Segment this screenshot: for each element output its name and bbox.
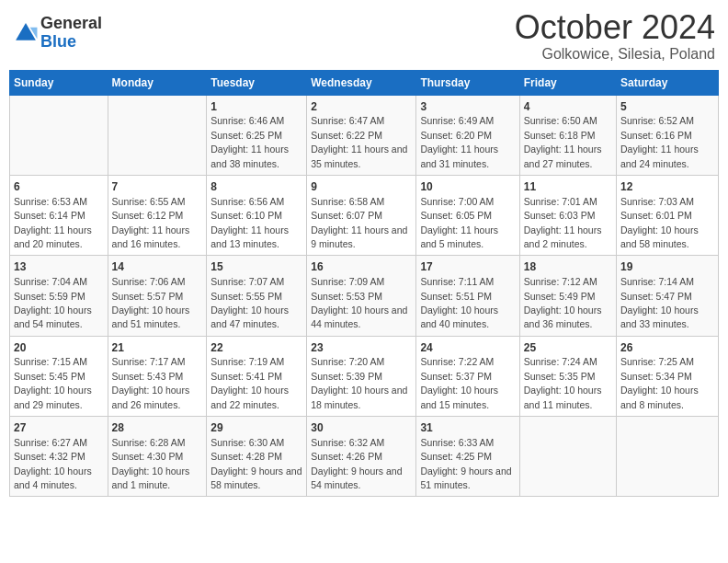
logo-text-blue: Blue xyxy=(40,32,76,51)
calendar-cell: 13Sunrise: 7:04 AMSunset: 5:59 PMDayligh… xyxy=(10,256,108,336)
calendar-cell: 19Sunrise: 7:14 AMSunset: 5:47 PMDayligh… xyxy=(617,256,719,336)
day-number: 1 xyxy=(210,99,302,115)
sunrise-text: Sunrise: 6:55 AMSunset: 6:12 PMDaylight:… xyxy=(112,196,190,249)
calendar-cell xyxy=(617,417,719,497)
calendar-header-row: SundayMondayTuesdayWednesdayThursdayFrid… xyxy=(10,70,719,95)
sunrise-text: Sunrise: 6:52 AMSunset: 6:16 PMDaylight:… xyxy=(620,115,699,168)
calendar-cell: 5Sunrise: 6:52 AMSunset: 6:16 PMDaylight… xyxy=(617,95,719,175)
calendar-cell: 15Sunrise: 7:07 AMSunset: 5:55 PMDayligh… xyxy=(207,256,307,336)
sunrise-text: Sunrise: 7:14 AMSunset: 5:47 PMDaylight:… xyxy=(620,276,699,329)
sunrise-text: Sunrise: 6:30 AMSunset: 4:28 PMDaylight:… xyxy=(210,437,301,490)
day-number: 6 xyxy=(14,179,104,195)
header-wednesday: Wednesday xyxy=(307,70,416,95)
calendar-week-row: 27Sunrise: 6:27 AMSunset: 4:32 PMDayligh… xyxy=(10,417,719,497)
sunrise-text: Sunrise: 6:32 AMSunset: 4:26 PMDaylight:… xyxy=(311,437,402,490)
calendar-cell: 20Sunrise: 7:15 AMSunset: 5:45 PMDayligh… xyxy=(10,336,108,416)
day-number: 7 xyxy=(112,179,203,195)
calendar-week-row: 6Sunrise: 6:53 AMSunset: 6:14 PMDaylight… xyxy=(10,175,719,255)
sunrise-text: Sunrise: 6:56 AMSunset: 6:10 PMDaylight:… xyxy=(210,196,289,249)
calendar-cell: 18Sunrise: 7:12 AMSunset: 5:49 PMDayligh… xyxy=(519,256,616,336)
sunrise-text: Sunrise: 6:27 AMSunset: 4:32 PMDaylight:… xyxy=(14,437,92,490)
day-number: 22 xyxy=(210,340,302,356)
sunrise-text: Sunrise: 6:49 AMSunset: 6:20 PMDaylight:… xyxy=(420,115,498,168)
logo-text-general: General xyxy=(40,14,102,32)
calendar-cell xyxy=(10,95,108,175)
calendar-cell xyxy=(519,417,616,497)
sunrise-text: Sunrise: 6:46 AMSunset: 6:25 PMDaylight:… xyxy=(210,115,289,168)
day-number: 30 xyxy=(311,420,412,436)
sunrise-text: Sunrise: 7:03 AMSunset: 6:01 PMDaylight:… xyxy=(620,196,699,249)
sunrise-text: Sunrise: 7:06 AMSunset: 5:57 PMDaylight:… xyxy=(112,276,190,329)
day-number: 12 xyxy=(620,179,714,195)
day-number: 4 xyxy=(524,99,612,115)
calendar-week-row: 20Sunrise: 7:15 AMSunset: 5:45 PMDayligh… xyxy=(10,336,719,416)
location: Golkowice, Silesia, Poland xyxy=(515,46,715,63)
day-number: 19 xyxy=(620,259,714,275)
calendar-cell: 29Sunrise: 6:30 AMSunset: 4:28 PMDayligh… xyxy=(207,417,307,497)
calendar-cell: 30Sunrise: 6:32 AMSunset: 4:26 PMDayligh… xyxy=(307,417,416,497)
calendar-cell: 25Sunrise: 7:24 AMSunset: 5:35 PMDayligh… xyxy=(519,336,616,416)
sunrise-text: Sunrise: 6:58 AMSunset: 6:07 PMDaylight:… xyxy=(311,196,407,249)
calendar-cell: 26Sunrise: 7:25 AMSunset: 5:34 PMDayligh… xyxy=(617,336,719,416)
day-number: 27 xyxy=(14,420,104,436)
day-number: 15 xyxy=(210,259,302,275)
day-number: 29 xyxy=(210,420,302,436)
day-number: 3 xyxy=(420,99,515,115)
day-number: 31 xyxy=(420,420,515,436)
page-header: General Blue October 2024 Golkowice, Sil… xyxy=(9,9,719,63)
calendar-cell: 3Sunrise: 6:49 AMSunset: 6:20 PMDaylight… xyxy=(416,95,519,175)
calendar-week-row: 1Sunrise: 6:46 AMSunset: 6:25 PMDaylight… xyxy=(10,95,719,175)
sunrise-text: Sunrise: 6:53 AMSunset: 6:14 PMDaylight:… xyxy=(14,196,92,249)
day-number: 26 xyxy=(620,340,714,356)
sunrise-text: Sunrise: 7:22 AMSunset: 5:37 PMDaylight:… xyxy=(420,356,498,409)
calendar-cell: 16Sunrise: 7:09 AMSunset: 5:53 PMDayligh… xyxy=(307,256,416,336)
sunrise-text: Sunrise: 6:28 AMSunset: 4:30 PMDaylight:… xyxy=(112,437,190,490)
sunrise-text: Sunrise: 7:17 AMSunset: 5:43 PMDaylight:… xyxy=(112,356,190,409)
day-number: 23 xyxy=(311,340,412,356)
title-section: October 2024 Golkowice, Silesia, Poland xyxy=(515,9,715,63)
calendar-cell: 1Sunrise: 6:46 AMSunset: 6:25 PMDaylight… xyxy=(207,95,307,175)
header-thursday: Thursday xyxy=(416,70,519,95)
calendar-cell: 31Sunrise: 6:33 AMSunset: 4:25 PMDayligh… xyxy=(416,417,519,497)
sunrise-text: Sunrise: 7:19 AMSunset: 5:41 PMDaylight:… xyxy=(210,356,289,409)
day-number: 18 xyxy=(524,259,612,275)
calendar-cell: 4Sunrise: 6:50 AMSunset: 6:18 PMDaylight… xyxy=(519,95,616,175)
day-number: 2 xyxy=(311,99,412,115)
logo: General Blue xyxy=(13,15,102,52)
calendar-cell xyxy=(108,95,207,175)
calendar-cell: 2Sunrise: 6:47 AMSunset: 6:22 PMDaylight… xyxy=(307,95,416,175)
calendar-cell: 12Sunrise: 7:03 AMSunset: 6:01 PMDayligh… xyxy=(617,175,719,255)
calendar-cell: 10Sunrise: 7:00 AMSunset: 6:05 PMDayligh… xyxy=(416,175,519,255)
sunrise-text: Sunrise: 6:33 AMSunset: 4:25 PMDaylight:… xyxy=(420,437,511,490)
sunrise-text: Sunrise: 7:07 AMSunset: 5:55 PMDaylight:… xyxy=(210,276,289,329)
day-number: 5 xyxy=(620,99,714,115)
calendar-cell: 6Sunrise: 6:53 AMSunset: 6:14 PMDaylight… xyxy=(10,175,108,255)
header-sunday: Sunday xyxy=(10,70,108,95)
calendar-week-row: 13Sunrise: 7:04 AMSunset: 5:59 PMDayligh… xyxy=(10,256,719,336)
day-number: 13 xyxy=(14,259,104,275)
sunrise-text: Sunrise: 7:09 AMSunset: 5:53 PMDaylight:… xyxy=(311,276,407,329)
day-number: 16 xyxy=(311,259,412,275)
sunrise-text: Sunrise: 7:12 AMSunset: 5:49 PMDaylight:… xyxy=(524,276,602,329)
day-number: 17 xyxy=(420,259,515,275)
calendar-cell: 14Sunrise: 7:06 AMSunset: 5:57 PMDayligh… xyxy=(108,256,207,336)
sunrise-text: Sunrise: 7:24 AMSunset: 5:35 PMDaylight:… xyxy=(524,356,602,409)
calendar-cell: 28Sunrise: 6:28 AMSunset: 4:30 PMDayligh… xyxy=(108,417,207,497)
day-number: 25 xyxy=(524,340,612,356)
header-friday: Friday xyxy=(519,70,616,95)
header-saturday: Saturday xyxy=(617,70,719,95)
day-number: 21 xyxy=(112,340,203,356)
calendar-cell: 17Sunrise: 7:11 AMSunset: 5:51 PMDayligh… xyxy=(416,256,519,336)
calendar-cell: 11Sunrise: 7:01 AMSunset: 6:03 PMDayligh… xyxy=(519,175,616,255)
sunrise-text: Sunrise: 7:04 AMSunset: 5:59 PMDaylight:… xyxy=(14,276,92,329)
header-monday: Monday xyxy=(108,70,207,95)
calendar-cell: 9Sunrise: 6:58 AMSunset: 6:07 PMDaylight… xyxy=(307,175,416,255)
sunrise-text: Sunrise: 7:01 AMSunset: 6:03 PMDaylight:… xyxy=(524,196,602,249)
day-number: 24 xyxy=(420,340,515,356)
day-number: 11 xyxy=(524,179,612,195)
sunrise-text: Sunrise: 7:00 AMSunset: 6:05 PMDaylight:… xyxy=(420,196,498,249)
calendar-cell: 7Sunrise: 6:55 AMSunset: 6:12 PMDaylight… xyxy=(108,175,207,255)
sunrise-text: Sunrise: 6:50 AMSunset: 6:18 PMDaylight:… xyxy=(524,115,602,168)
calendar-cell: 27Sunrise: 6:27 AMSunset: 4:32 PMDayligh… xyxy=(10,417,108,497)
calendar-cell: 21Sunrise: 7:17 AMSunset: 5:43 PMDayligh… xyxy=(108,336,207,416)
